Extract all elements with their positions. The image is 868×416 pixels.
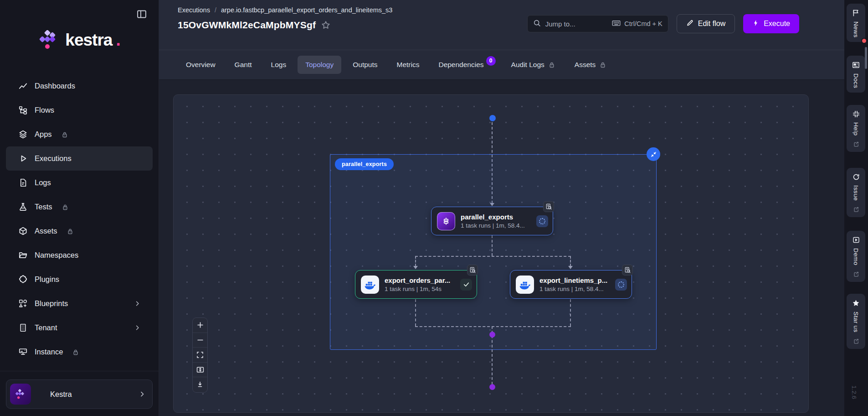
tab-dependencies[interactable]: Dependencies 0 xyxy=(431,55,499,75)
success-check-icon xyxy=(460,279,472,291)
chevron-right-icon xyxy=(139,390,146,398)
slack-icon xyxy=(853,110,860,118)
keyboard-icon xyxy=(612,19,621,29)
sidebar-item-instance[interactable]: Instance xyxy=(6,340,153,364)
server-icon xyxy=(19,348,27,356)
news-notification-dot xyxy=(861,38,867,44)
sidebar-item-executions[interactable]: Executions xyxy=(6,146,153,171)
sidebar-item-label: Logs xyxy=(35,178,51,187)
fullscreen-button[interactable] xyxy=(193,348,207,363)
task-node-export-orders[interactable]: export_orders_par... 1 task runs | 1m, 5… xyxy=(355,270,477,299)
task-stats: 1 task runs | 1m, 54s xyxy=(385,286,450,292)
zoom-out-button[interactable] xyxy=(193,333,207,348)
execution-tabs: Overview Gantt Logs Topology Outputs Met… xyxy=(159,50,844,80)
edge-arrow xyxy=(413,266,418,269)
edge xyxy=(570,256,571,266)
rail-help-button[interactable]: Help xyxy=(847,105,865,152)
canvas-toolbar xyxy=(192,317,208,393)
star-filled-icon xyxy=(852,299,860,307)
breadcrumb-flow-id[interactable]: arpe.io.fastbcp_paraellel_export_orders_… xyxy=(221,6,392,14)
github-issue-icon xyxy=(853,173,860,181)
task-title: export_orders_par... xyxy=(385,276,450,284)
cluster-label[interactable]: parallel_exports xyxy=(335,158,394,170)
collapse-cluster-button[interactable] xyxy=(647,147,660,161)
kestra-tenant-icon xyxy=(10,384,31,405)
sidebar-item-dashboards[interactable]: Dashboards xyxy=(6,74,153,98)
view-task-logs-icon[interactable] xyxy=(543,201,554,212)
breadcrumb: Executions / arpe.io.fastbcp_paraellel_e… xyxy=(178,6,844,14)
edit-flow-button[interactable]: Edit flow xyxy=(677,14,735,33)
sidebar-item-tenant[interactable]: Tenant xyxy=(6,316,153,340)
sidebar-item-namespaces[interactable]: Namespaces xyxy=(6,243,153,267)
rail-news-button[interactable]: News xyxy=(847,4,865,42)
lock-icon xyxy=(599,61,606,68)
tab-topology[interactable]: Topology xyxy=(298,56,341,74)
folder-open-icon xyxy=(19,251,27,260)
sidebar-item-label: Dashboards xyxy=(35,82,75,90)
lock-icon xyxy=(72,348,79,356)
page-title: 15OvGWMkMl2eCaMpbMYSgf xyxy=(178,20,316,31)
sidebar-item-plugins[interactable]: Plugins xyxy=(6,267,153,291)
lock-icon xyxy=(548,61,555,68)
sidebar-item-assets[interactable]: Assets xyxy=(6,219,153,243)
task-stats: 1 task runs | 1m, 58.4... xyxy=(461,222,525,229)
task-node-parallel-exports[interactable]: parallel_exports 1 task runs | 1m, 58.4.… xyxy=(431,207,553,235)
sidebar-item-label: Flows xyxy=(35,106,54,114)
tab-metrics[interactable]: Metrics xyxy=(389,56,427,74)
edge xyxy=(415,299,416,326)
scrollbar-thumb[interactable] xyxy=(865,47,867,69)
docs-book-icon xyxy=(852,61,860,69)
tab-assets[interactable]: Assets xyxy=(567,56,615,74)
rail-docs-button[interactable]: Docs xyxy=(847,56,865,93)
sidebar-item-label: Plugins xyxy=(35,275,59,284)
task-node-export-lineitems[interactable]: export_linetiems_p... 1 task runs | 1m, … xyxy=(510,270,632,299)
edge-arrow xyxy=(568,266,573,269)
sitemap-icon xyxy=(19,106,27,114)
star-outline-icon[interactable] xyxy=(321,21,330,30)
download-graph-button[interactable] xyxy=(193,377,207,392)
view-task-logs-icon[interactable] xyxy=(467,265,478,276)
jump-to-search[interactable]: Jump to... Ctrl/Cmd + K xyxy=(527,15,668,32)
task-title: parallel_exports xyxy=(461,213,525,221)
lock-icon xyxy=(67,228,74,235)
tab-logs[interactable]: Logs xyxy=(263,56,294,74)
sidebar-item-apps[interactable]: Apps xyxy=(6,122,153,146)
sidebar-item-label: Blueprints xyxy=(35,299,68,308)
package-icon xyxy=(19,227,27,235)
rail-star-us-button[interactable]: Star us xyxy=(847,294,865,349)
tenant-switcher[interactable]: Kestra xyxy=(6,380,153,409)
zoom-in-button[interactable] xyxy=(193,318,207,333)
running-spinner-icon xyxy=(615,279,627,291)
task-stats: 1 task runs | 1m, 58.4... xyxy=(539,286,607,292)
task-title: export_linetiems_p... xyxy=(539,276,607,284)
breadcrumb-separator: / xyxy=(215,6,216,14)
execute-button[interactable]: Execute xyxy=(743,14,799,33)
sidebar-item-label: Assets xyxy=(35,227,57,235)
sidebar-item-flows[interactable]: Flows xyxy=(6,98,153,122)
tenant-name: Kestra xyxy=(50,390,72,399)
docker-icon xyxy=(516,276,534,294)
sidebar-item-logs[interactable]: Logs xyxy=(6,171,153,195)
tab-gantt[interactable]: Gantt xyxy=(227,56,260,74)
sidebar-item-blueprints[interactable]: Blueprints xyxy=(6,291,153,316)
flask-icon xyxy=(19,203,27,211)
topology-canvas[interactable]: parallel_exports xyxy=(173,94,809,413)
tab-overview[interactable]: Overview xyxy=(178,56,223,74)
docker-icon xyxy=(361,276,379,294)
rail-issue-button[interactable]: Issue xyxy=(847,168,865,217)
parallel-exports-cluster[interactable]: parallel_exports xyxy=(330,154,657,350)
collapse-sidebar-icon[interactable] xyxy=(137,9,147,19)
fit-view-button[interactable] xyxy=(193,363,207,378)
breadcrumb-executions[interactable]: Executions xyxy=(178,6,210,14)
view-task-logs-icon[interactable] xyxy=(622,265,633,276)
kestra-logo: kestra. xyxy=(0,30,159,50)
sidebar-item-tests[interactable]: Tests xyxy=(6,195,153,219)
edge xyxy=(415,256,571,257)
sidebar-footer: Kestra xyxy=(0,371,159,416)
tab-outputs[interactable]: Outputs xyxy=(345,56,385,74)
tab-audit-logs[interactable]: Audit Logs xyxy=(503,56,563,74)
rail-demo-button[interactable]: Demo xyxy=(847,231,865,282)
search-icon xyxy=(533,19,541,28)
cluster-end-dot xyxy=(489,332,495,338)
chart-line-icon xyxy=(19,82,27,90)
